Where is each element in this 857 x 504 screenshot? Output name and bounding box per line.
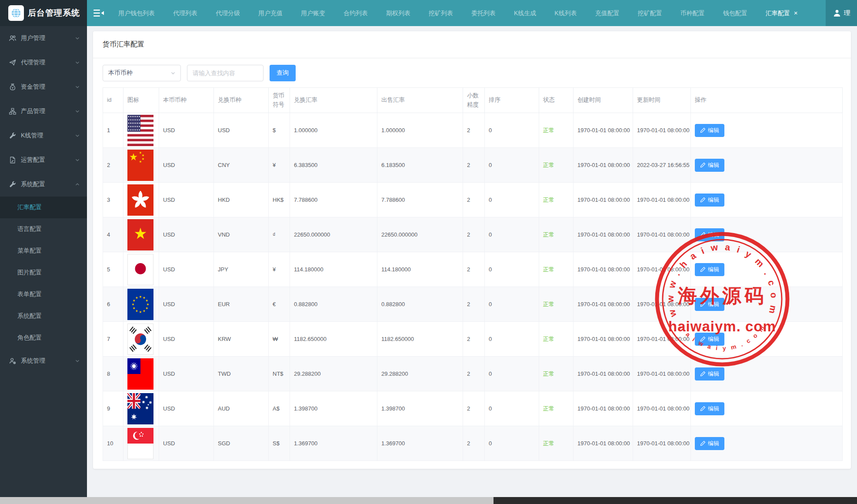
cell-exchange_rate: 1.369700	[290, 426, 377, 461]
sidebar-subitem[interactable]: 系统配置	[0, 305, 87, 327]
cell-precision: 2	[463, 322, 485, 357]
flag-cn-icon	[127, 150, 153, 181]
cell-id: 4	[103, 217, 123, 252]
col-base: 本币币种	[159, 88, 214, 113]
sidebar-item[interactable]: 运营配置	[0, 148, 87, 172]
top-bar: 后台管理系统 用户钱包列表代理列表代理分级用户充值用户账变合约列表期权列表挖矿列…	[0, 0, 857, 26]
edit-button[interactable]: 编辑	[695, 367, 724, 381]
cell-precision: 2	[463, 287, 485, 322]
cell-symbol: €	[269, 287, 290, 322]
nav-tab-8[interactable]: 挖矿列表	[420, 0, 462, 26]
nav-tab-4[interactable]: 用户充值	[249, 0, 292, 26]
cell-status: 正常	[539, 287, 574, 322]
status-badge: 正常	[543, 405, 554, 412]
nav-tab-3[interactable]: 代理分级	[207, 0, 249, 26]
status-badge: 正常	[543, 440, 554, 447]
user-menu[interactable]: 理	[826, 0, 857, 26]
table-row: 3USDHKDHK$7.7886007.78860020正常1970-01-01…	[103, 183, 843, 217]
sidebar-item[interactable]: 系统配置	[0, 172, 87, 197]
nav-tab-1[interactable]: 用户钱包列表	[109, 0, 164, 26]
cell-sort: 0	[485, 252, 539, 287]
cell-precision: 2	[463, 357, 485, 391]
status-badge: 正常	[543, 127, 554, 134]
sidebar-subitem[interactable]: 语言配置	[0, 218, 87, 240]
cell-precision: 2	[463, 183, 485, 217]
cell-exchange_rate: 114.180000	[290, 252, 377, 287]
collapse-menu-icon[interactable]	[93, 9, 104, 17]
nav-tab-2[interactable]: 代理列表	[164, 0, 207, 26]
cell-base: USD	[159, 426, 214, 461]
cell-precision: 2	[463, 426, 485, 461]
cell-base: USD	[159, 287, 214, 322]
horizontal-scrollbar[interactable]	[0, 497, 857, 504]
sidebar-item[interactable]: 代理管理	[0, 50, 87, 75]
base-currency-select[interactable]: 本币币种	[103, 65, 181, 81]
edit-button[interactable]: 编辑	[695, 124, 724, 137]
sidebar-item[interactable]: 产品管理	[0, 99, 87, 123]
nav-tab-7[interactable]: 期权列表	[377, 0, 420, 26]
col-sell_rate: 出售汇率	[377, 88, 463, 113]
wrench-icon	[9, 180, 17, 188]
sidebar: 用户管理代理管理资金管理产品管理K线管理运营配置系统配置汇率配置语言配置菜单配置…	[0, 26, 87, 504]
table-row: 7USDKRW₩1182.6500001182.65000020正常1970-0…	[103, 322, 843, 357]
cell-sort: 0	[485, 287, 539, 322]
pencil-icon	[700, 127, 706, 133]
sidebar-item[interactable]: 用户管理	[0, 26, 87, 50]
edit-button[interactable]: 编辑	[695, 298, 724, 311]
users-icon	[9, 34, 17, 42]
nav-tab-10[interactable]: K线生成	[505, 0, 545, 26]
cell-sell_rate: 29.288200	[377, 357, 463, 391]
sidebar-item-label: 产品管理	[21, 107, 45, 115]
chevron-down-icon	[75, 157, 80, 163]
sidebar-subitem[interactable]: 图片配置	[0, 262, 87, 284]
cell-exchange_rate: 22650.000000	[290, 217, 377, 252]
edit-button[interactable]: 编辑	[695, 194, 724, 207]
edit-button[interactable]: 编辑	[695, 437, 724, 450]
nav-tab-13[interactable]: 挖矿配置	[629, 0, 671, 26]
sidebar-item[interactable]: K线管理	[0, 123, 87, 148]
edit-button[interactable]: 编辑	[695, 402, 724, 415]
sidebar-item[interactable]: 系统管理	[0, 349, 87, 373]
sidebar-subitem[interactable]: 表单配置	[0, 284, 87, 305]
cell-updated_at: 1970-01-01 08:00:00	[633, 391, 691, 426]
sidebar-subitem[interactable]: 角色配置	[0, 327, 87, 349]
edit-button[interactable]: 编辑	[695, 159, 724, 172]
cell-id: 2	[103, 148, 123, 183]
cell-status: 正常	[539, 113, 574, 148]
nav-tab-14[interactable]: 币种配置	[671, 0, 714, 26]
cell-base: USD	[159, 217, 214, 252]
edit-button[interactable]: 编辑	[695, 333, 724, 346]
flag-vn-icon	[127, 219, 153, 250]
sidebar-item-label: K线管理	[21, 132, 43, 140]
nav-tab-5[interactable]: 用户账变	[292, 0, 334, 26]
status-badge: 正常	[543, 162, 554, 168]
close-tab-icon[interactable]: ×	[794, 9, 798, 17]
sidebar-subitem[interactable]: 汇率配置	[0, 197, 87, 218]
flag-hk-icon	[127, 184, 153, 216]
search-input[interactable]	[187, 65, 263, 81]
search-button[interactable]: 查询	[270, 65, 296, 81]
app-logo: 后台管理系统	[0, 0, 87, 26]
sidebar-item[interactable]: 资金管理	[0, 75, 87, 99]
table-row: 9USDAUDA$1.3987001.39870020正常1970-01-01 …	[103, 391, 843, 426]
chevron-down-icon	[75, 133, 80, 138]
sidebar-subitem[interactable]: 菜单配置	[0, 240, 87, 262]
nav-tab-16[interactable]: 汇率配置×	[757, 0, 807, 26]
nav-tab-9[interactable]: 委托列表	[462, 0, 505, 26]
paper-plane-icon	[9, 59, 17, 67]
cell-action: 编辑	[691, 287, 843, 322]
cell-quote: HKD	[214, 183, 269, 217]
cell-symbol: S$	[269, 426, 290, 461]
nav-tab-6[interactable]: 合约列表	[334, 0, 377, 26]
edit-button[interactable]: 编辑	[695, 228, 724, 241]
edit-button[interactable]: 编辑	[695, 263, 724, 276]
nav-tab-15[interactable]: 钱包配置	[714, 0, 757, 26]
nav-tab-12[interactable]: 充值配置	[586, 0, 629, 26]
scrollbar-thumb[interactable]	[0, 497, 494, 504]
table-row: 2USDCNY¥6.3835006.18350020正常1970-01-01 0…	[103, 148, 843, 183]
cell-sort: 0	[485, 426, 539, 461]
nav-tab-11[interactable]: K线列表	[545, 0, 586, 26]
cell-precision: 2	[463, 217, 485, 252]
chevron-up-icon	[75, 182, 80, 187]
status-badge: 正常	[543, 370, 554, 377]
